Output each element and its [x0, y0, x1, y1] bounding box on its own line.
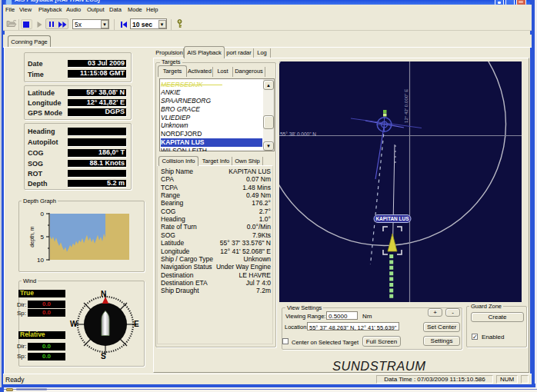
svg-text:0: 0	[41, 211, 45, 218]
svg-text:depth, m: depth, m	[29, 226, 35, 247]
svg-text:10: 10	[37, 257, 44, 264]
svg-text:5: 5	[41, 234, 45, 241]
svg-text:KAPITAN LUS: KAPITAN LUS	[375, 216, 409, 221]
svg-text:12° 42' 0.000" E: 12° 42' 0.000" E	[403, 89, 409, 123]
svg-text:55° 38' 0.000" N: 55° 38' 0.000" N	[280, 131, 316, 137]
